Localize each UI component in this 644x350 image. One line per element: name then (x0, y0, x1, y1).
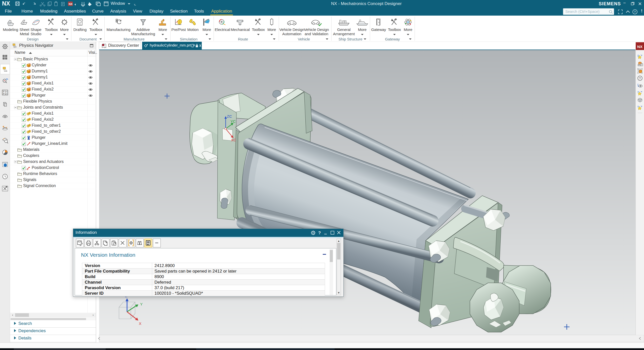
svg-text:P 2=: P 2= (3, 93, 8, 95)
svg-text:ZC: ZC (227, 114, 232, 118)
svg-text:?: ? (639, 76, 641, 80)
svg-text:XC: XC (231, 138, 236, 142)
svg-text:X: X (139, 321, 141, 326)
svg-text:?: ? (318, 231, 321, 235)
svg-text:YC: YC (230, 119, 236, 123)
svg-text:Y: Y (140, 302, 143, 306)
